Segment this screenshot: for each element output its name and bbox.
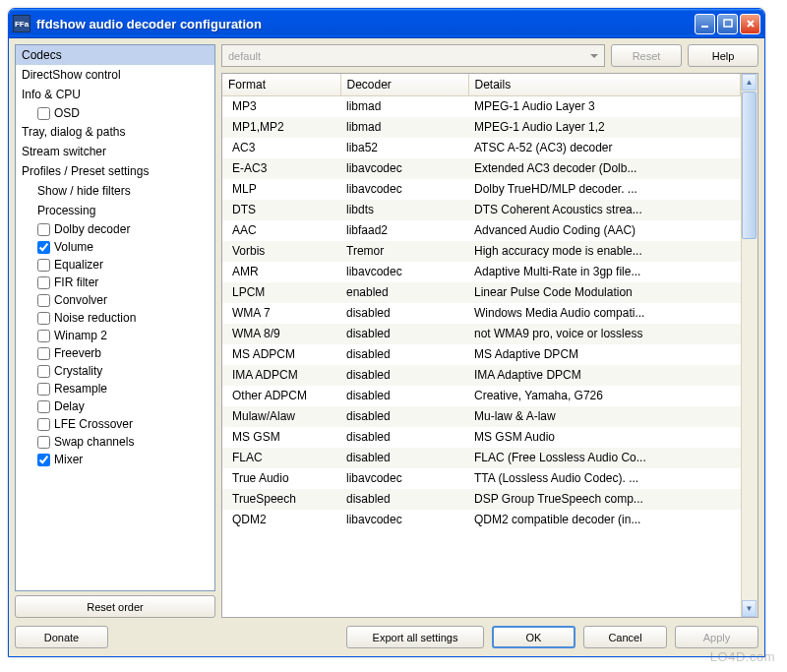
scroll-thumb[interactable] — [742, 92, 757, 239]
close-button[interactable] — [740, 14, 760, 34]
scroll-up-icon[interactable]: ▲ — [742, 74, 757, 91]
sidebar-item-check[interactable]: Dolby decoder — [16, 220, 214, 238]
checkbox[interactable] — [37, 259, 50, 272]
col-decoder[interactable]: Decoder — [340, 74, 468, 95]
sidebar-item-check[interactable]: LFE Crossover — [16, 415, 214, 433]
checkbox[interactable] — [37, 312, 50, 325]
checkbox[interactable] — [37, 294, 50, 307]
sidebar-item-check[interactable]: Crystality — [16, 362, 214, 380]
sidebar-item-label: FIR filter — [54, 274, 98, 291]
sidebar-item[interactable]: Info & CPU — [16, 85, 214, 104]
sidebar-item-check[interactable]: Equalizer — [16, 256, 214, 274]
col-details[interactable]: Details — [468, 74, 741, 95]
sidebar-item-check[interactable]: Freeverb — [16, 344, 214, 362]
sidebar-item[interactable]: Profiles / Preset settings — [16, 161, 214, 181]
cell-decoder: libavcodec — [340, 179, 468, 200]
apply-button[interactable]: Apply — [675, 626, 758, 648]
sidebar-item-check[interactable]: Swap channels — [16, 433, 214, 451]
sidebar-item-check[interactable]: OSD — [16, 104, 214, 122]
reset-button[interactable]: Reset — [611, 44, 682, 67]
sidebar-item-label: LFE Crossover — [54, 415, 133, 433]
maximize-button[interactable] — [717, 14, 738, 34]
sidebar-item[interactable]: Codecs — [16, 45, 214, 65]
donate-button[interactable]: Donate — [15, 626, 108, 648]
table-scrollbar[interactable]: ▲ ▼ — [741, 74, 757, 617]
sidebar-item[interactable]: Show / hide filters — [16, 181, 214, 201]
checkbox[interactable] — [37, 383, 50, 396]
export-button[interactable]: Export all settings — [346, 626, 484, 648]
checkbox[interactable] — [37, 107, 50, 120]
table-row[interactable]: QDM2libavcodecQDM2 compatible decoder (i… — [222, 510, 741, 530]
cell-decoder: Tremor — [340, 241, 468, 262]
table-header-row[interactable]: Format Decoder Details — [222, 74, 741, 95]
table-row[interactable]: Mulaw/AlawdisabledMu-law & A-law — [222, 406, 741, 427]
checkbox[interactable] — [37, 276, 50, 289]
table-row[interactable]: MP1,MP2libmadMPEG-1 Audio Layer 1,2 — [222, 117, 741, 138]
preset-dropdown[interactable]: default — [221, 44, 605, 67]
sidebar-item-label: OSD — [54, 104, 80, 122]
sidebar-item-check[interactable]: Resample — [16, 380, 214, 397]
sidebar-item-check[interactable]: Mixer — [16, 451, 214, 468]
ok-button[interactable]: OK — [492, 626, 575, 648]
checkbox[interactable] — [37, 418, 50, 431]
sidebar-item[interactable]: Tray, dialog & paths — [16, 122, 214, 142]
table-row[interactable]: MS ADPCMdisabledMS Adaptive DPCM — [222, 344, 741, 365]
minimize-button[interactable] — [695, 14, 715, 34]
cell-details: DTS Coherent Acoustics strea... — [468, 200, 741, 220]
sidebar-item-check[interactable]: Convolver — [16, 291, 214, 309]
reset-order-button[interactable]: Reset order — [15, 595, 215, 618]
sidebar-item-label: Winamp 2 — [54, 327, 107, 344]
checkbox[interactable] — [37, 436, 50, 449]
client-area: CodecsDirectShow controlInfo & CPUOSDTra… — [9, 38, 764, 656]
maximize-icon — [723, 19, 733, 29]
table-row[interactable]: FLACdisabledFLAC (Free Lossless Audio Co… — [222, 448, 741, 468]
table-row[interactable]: AAClibfaad2Advanced Audio Coding (AAC) — [222, 220, 741, 241]
cell-details: Advanced Audio Coding (AAC) — [468, 220, 741, 241]
checkbox[interactable] — [37, 365, 50, 378]
cell-decoder: disabled — [340, 324, 468, 344]
sidebar-item-check[interactable]: Delay — [16, 397, 214, 415]
table-row[interactable]: E-AC3libavcodecExtended AC3 decoder (Dol… — [222, 158, 741, 179]
sidebar-item-check[interactable]: Winamp 2 — [16, 327, 214, 344]
table-row[interactable]: WMA 8/9disablednot WMA9 pro, voice or lo… — [222, 324, 741, 344]
checkbox[interactable] — [37, 454, 50, 466]
table-row[interactable]: AC3liba52ATSC A-52 (AC3) decoder — [222, 138, 741, 158]
sidebar: CodecsDirectShow controlInfo & CPUOSDTra… — [15, 44, 215, 618]
codec-table[interactable]: Format Decoder Details MP3libmadMPEG-1 A… — [222, 74, 741, 530]
checkbox[interactable] — [37, 400, 50, 413]
sidebar-tree[interactable]: CodecsDirectShow controlInfo & CPUOSDTra… — [15, 44, 215, 591]
scroll-down-icon[interactable]: ▼ — [742, 600, 757, 617]
table-row[interactable]: WMA 7disabledWindows Media Audio compati… — [222, 303, 741, 324]
right-panel: default Reset Help Format Decoder — [221, 44, 758, 618]
checkbox[interactable] — [37, 241, 50, 254]
cell-format: Mulaw/Alaw — [222, 406, 340, 427]
titlebar[interactable]: FFa ffdshow audio decoder configuration — [9, 9, 764, 38]
table-row[interactable]: IMA ADPCMdisabledIMA Adaptive DPCM — [222, 365, 741, 386]
checkbox[interactable] — [37, 223, 50, 236]
table-row[interactable]: LPCMenabledLinear Pulse Code Modulation — [222, 282, 741, 303]
table-row[interactable]: VorbisTremorHigh accuracy mode is enable… — [222, 241, 741, 262]
table-row[interactable]: Other ADPCMdisabledCreative, Yamaha, G72… — [222, 386, 741, 406]
help-button[interactable]: Help — [688, 44, 758, 67]
table-row[interactable]: TrueSpeechdisabledDSP Group TrueSpeech c… — [222, 489, 741, 510]
table-row[interactable]: DTSlibdtsDTS Coherent Acoustics strea... — [222, 200, 741, 220]
table-row[interactable]: AMRlibavcodecAdaptive Multi-Rate in 3gp … — [222, 262, 741, 282]
sidebar-item-check[interactable]: Noise reduction — [16, 309, 214, 327]
sidebar-item-check[interactable]: FIR filter — [16, 274, 214, 291]
cell-details: Dolby TrueHD/MLP decoder. ... — [468, 179, 741, 200]
table-row[interactable]: MP3libmadMPEG-1 Audio Layer 3 — [222, 95, 741, 117]
table-row[interactable]: MLPlibavcodecDolby TrueHD/MLP decoder. .… — [222, 179, 741, 200]
cancel-button[interactable]: Cancel — [583, 626, 667, 648]
sidebar-item-check[interactable]: Volume — [16, 238, 214, 256]
table-row[interactable]: MS GSMdisabledMS GSM Audio — [222, 427, 741, 448]
cell-decoder: libmad — [340, 95, 468, 117]
sidebar-item[interactable]: Processing — [16, 201, 214, 220]
sidebar-item[interactable]: Stream switcher — [16, 142, 214, 161]
col-format[interactable]: Format — [222, 74, 340, 95]
sidebar-item[interactable]: DirectShow control — [16, 65, 214, 85]
checkbox[interactable] — [37, 347, 50, 360]
cell-details: IMA Adaptive DPCM — [468, 365, 741, 386]
table-row[interactable]: True AudiolibavcodecTTA (Lossless Audio … — [222, 468, 741, 489]
checkbox[interactable] — [37, 330, 50, 342]
close-icon — [746, 19, 756, 29]
